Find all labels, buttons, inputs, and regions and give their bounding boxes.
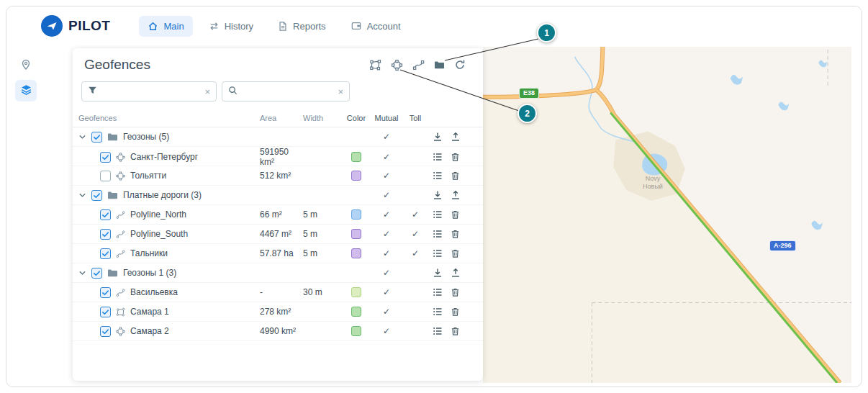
chevron-down-icon[interactable] (78, 133, 86, 141)
geofence-row[interactable]: Санкт-Петербург591950 km²✓ (73, 147, 483, 166)
geofence-row[interactable]: Самара 24990 km²✓ (73, 322, 483, 341)
sidebar-layers-button[interactable] (15, 80, 37, 101)
main-nav: MainHistoryReportsAccount (139, 16, 409, 37)
search-inputbox: × (222, 81, 350, 101)
clear-filter-icon[interactable]: × (204, 87, 210, 96)
download-icon[interactable] (433, 190, 443, 200)
trash-icon[interactable] (451, 152, 460, 162)
trash-icon[interactable] (451, 307, 460, 317)
details-list-icon[interactable] (433, 171, 443, 181)
trash-icon[interactable] (451, 326, 460, 336)
upload-icon[interactable] (451, 132, 461, 142)
nav-item-history[interactable]: History (200, 16, 262, 37)
draw-circle-icon[interactable] (391, 59, 403, 71)
row-checkbox[interactable] (100, 171, 111, 181)
trash-icon[interactable] (451, 287, 460, 297)
details-list-icon[interactable] (433, 248, 443, 258)
details-list-icon[interactable] (433, 287, 443, 297)
geofence-name: Самара 1 (130, 307, 169, 317)
download-icon[interactable] (433, 268, 443, 278)
download-icon[interactable] (433, 132, 443, 142)
details-list-icon[interactable] (433, 229, 443, 239)
geofence-name: Polyline_South (130, 229, 188, 239)
filter-row: × × (73, 80, 483, 101)
geofence-row[interactable]: Самара 1278 km²✓ (73, 302, 483, 322)
nav-label: Account (367, 21, 401, 32)
col-toll: Toll (402, 114, 428, 122)
mutual-check: ✓ (371, 229, 402, 239)
area-value: 591950 km² (260, 147, 303, 167)
geofence-polygon-icon (116, 307, 125, 317)
reports-icon (278, 21, 288, 32)
trash-icon[interactable] (451, 171, 460, 181)
nav-item-account[interactable]: Account (342, 16, 410, 37)
pilot-logo-icon (41, 15, 63, 37)
geofence-group-row[interactable]: Геозоны (5)✓ (73, 127, 483, 147)
mutual-check: ✓ (371, 287, 402, 297)
row-checkbox[interactable] (91, 132, 102, 143)
geofence-circle-icon (116, 171, 125, 181)
row-checkbox[interactable] (100, 248, 111, 259)
draw-polygon-icon[interactable] (369, 59, 381, 71)
clear-search-icon[interactable]: × (338, 87, 343, 96)
toll-check: ✓ (402, 209, 428, 220)
row-checkbox[interactable] (100, 152, 111, 163)
toll-check: ✓ (402, 229, 428, 239)
row-checkbox[interactable] (100, 209, 111, 220)
details-list-icon[interactable] (433, 152, 443, 162)
folder-icon (107, 268, 118, 278)
geofence-polyline-icon (116, 288, 125, 297)
nav-label: Reports (293, 21, 326, 32)
panel-header: Geofences (73, 48, 483, 80)
nav-label: History (225, 21, 253, 32)
mutual-check: ✓ (371, 326, 402, 336)
map[interactable]: E38 A-296 Novy Новый (483, 47, 851, 383)
row-checkbox[interactable] (91, 190, 102, 201)
refresh-icon[interactable] (454, 59, 466, 71)
geofence-row[interactable]: Polyline_South4467 m²5 m✓✓ (73, 225, 483, 244)
nav-label: Main (163, 21, 184, 32)
details-list-icon[interactable] (433, 209, 443, 220)
row-checkbox[interactable] (100, 326, 111, 337)
trash-icon[interactable] (451, 248, 460, 258)
mutual-check: ✓ (371, 307, 402, 317)
geofence-row[interactable]: Васильевка-30 m✓ (73, 283, 483, 302)
geofence-group-row[interactable]: Платные дороги (3)✓ (73, 186, 483, 205)
details-list-icon[interactable] (433, 307, 443, 317)
geofence-row[interactable]: Тальники57.87 ha5 m✓✓ (73, 244, 483, 263)
trash-icon[interactable] (451, 229, 460, 239)
upload-icon[interactable] (451, 268, 461, 278)
filter-input[interactable] (101, 86, 200, 96)
row-checkbox[interactable] (100, 229, 111, 240)
chevron-down-icon[interactable] (78, 269, 86, 277)
location-pin-icon (20, 59, 32, 73)
folder-icon[interactable] (434, 60, 445, 70)
row-checkbox[interactable] (91, 268, 102, 279)
row-checkbox[interactable] (100, 307, 111, 317)
col-mutual: Mutual (371, 114, 402, 122)
trash-icon[interactable] (451, 209, 460, 220)
sidebar-pin-button[interactable] (15, 55, 37, 77)
details-list-icon[interactable] (433, 326, 443, 336)
geofence-group-row[interactable]: Геозоны 1 (3)✓ (73, 263, 483, 283)
color-swatch (351, 152, 361, 162)
home-icon (148, 21, 158, 32)
chevron-down-icon[interactable] (78, 191, 86, 199)
geofence-table-body: Геозоны (5)✓Санкт-Петербург591950 km²✓То… (73, 127, 483, 341)
color-swatch (351, 229, 361, 239)
brand-name: PILOT (68, 18, 110, 34)
geofence-row[interactable]: Polyline_North66 m²5 m✓✓ (73, 205, 483, 225)
nav-item-main[interactable]: Main (139, 16, 192, 37)
search-icon (228, 85, 238, 98)
search-input[interactable] (242, 86, 333, 96)
col-color: Color (342, 114, 371, 122)
row-checkbox[interactable] (100, 287, 111, 298)
upload-icon[interactable] (451, 190, 461, 200)
geofence-polyline-icon (116, 210, 125, 220)
draw-polyline-icon[interactable] (412, 59, 425, 71)
nav-item-reports[interactable]: Reports (269, 16, 335, 37)
geofence-row[interactable]: Тольятти512 km²✓ (73, 166, 483, 186)
col-area: Area (260, 114, 303, 122)
mutual-check: ✓ (371, 171, 402, 181)
area-value: 66 m² (260, 209, 303, 220)
